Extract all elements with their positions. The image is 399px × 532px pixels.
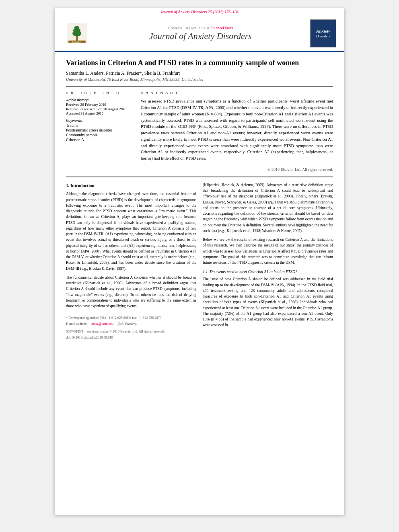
article-history: Article history: Received 26 February 20… bbox=[66, 98, 134, 115]
body-left-column: 1. Introduction Although the diagnostic … bbox=[66, 182, 196, 340]
keyword-ptsd: Posttraumatic stress disorder bbox=[66, 128, 134, 132]
authors-text: Samantha L. Anders, Patricia A. Frazier*… bbox=[66, 71, 180, 76]
intro-para2: The fundamental debate about Criterion A… bbox=[66, 275, 196, 309]
keyword-trauma: Trauma bbox=[66, 123, 134, 127]
journal-citation-bar: Journal of Anxiety Disorders 25 (2011) 1… bbox=[55, 8, 344, 16]
body-right-column: (Kilpatrick, Resnick, & Acierno, 2009). … bbox=[203, 182, 333, 340]
abstract-text: We assessed PTSD prevalence and symptoms… bbox=[141, 98, 333, 162]
keywords-label: Keywords: bbox=[66, 119, 134, 123]
journal-cover-logo: Anxiety Disorders bbox=[310, 19, 336, 47]
subsection-heading: 1.1. Do events need to meet Criterion A1… bbox=[203, 269, 333, 275]
right-col-para1: (Kilpatrick, Resnick, & Acierno, 2009). … bbox=[203, 182, 333, 234]
journal-citation: Journal of Anxiety Disorders 25 (2011) 1… bbox=[160, 10, 239, 14]
article-info-abstract-section: A R T I C L E I N F O Article history: R… bbox=[66, 86, 333, 172]
accepted-date: Accepted 31 August 2010 bbox=[66, 111, 134, 115]
article-info-label: A R T I C L E I N F O bbox=[66, 91, 134, 95]
footnote-star-line: * Corresponding author. Tel.: +1 612 625… bbox=[66, 315, 196, 320]
body-section: 1. Introduction Although the diagnostic … bbox=[66, 177, 333, 340]
footnote-star-text: * Corresponding author. Tel.: +1 612 625… bbox=[66, 315, 162, 320]
elsevier-tree-icon: ELSEVIER bbox=[66, 23, 88, 43]
footnote-email-label: E-mail address: bbox=[66, 321, 87, 327]
footer-issn: 0887-6185/$ – see front matter © 2010 El… bbox=[66, 329, 165, 334]
page: Journal of Anxiety Disorders 25 (2011) 1… bbox=[55, 8, 344, 515]
keywords-section: Keywords: Trauma Posttraumatic stress di… bbox=[66, 119, 134, 142]
footer-doi: doi:10.1016/j.janxdis.2010.08.018 bbox=[66, 335, 196, 340]
article-info-column: A R T I C L E I N F O Article history: R… bbox=[66, 91, 134, 172]
article-footer: * Corresponding author. Tel.: +1 612 625… bbox=[66, 313, 196, 340]
svg-text:ELSEVIER: ELSEVIER bbox=[72, 41, 81, 43]
footer-bottom: 0887-6185/$ – see front matter © 2010 El… bbox=[66, 329, 196, 334]
affiliation-line: University of Minnesota, 75 East River R… bbox=[66, 77, 333, 82]
svg-point-4 bbox=[74, 26, 79, 30]
intro-para1: Although the diagnostic criteria have ch… bbox=[66, 191, 196, 271]
journal-header: ELSEVIER Contents lists available at Sci… bbox=[55, 16, 344, 52]
copyright-line: © 2010 Elsevier Ltd. All rights reserved… bbox=[141, 165, 333, 172]
svg-rect-1 bbox=[76, 36, 78, 41]
footnote-email-line: E-mail address: pfraz@umn.edu (P.A. Fraz… bbox=[66, 321, 196, 327]
received-date: Received 26 February 2010 bbox=[66, 103, 134, 107]
journal-title-block: Contents lists available at ScienceDirec… bbox=[91, 26, 310, 41]
sciencedirect-line: Contents lists available at ScienceDirec… bbox=[91, 26, 310, 30]
article-history-label: Article history: bbox=[66, 98, 134, 102]
intro-heading: 1. Introduction bbox=[66, 182, 196, 189]
right-col-para2: Below we review the results of existing … bbox=[203, 237, 333, 265]
journal-main-title: Journal of Anxiety Disorders bbox=[91, 31, 310, 41]
keyword-community: Community sample bbox=[66, 133, 134, 137]
revised-date: Received in revised form 30 August 2010 bbox=[66, 107, 134, 111]
footnote-email-link[interactable]: pfraz@umn.edu bbox=[91, 321, 113, 327]
keyword-criteriona: Criterion A bbox=[66, 138, 134, 142]
abstract-label: A B S T R A C T bbox=[141, 91, 333, 95]
authors-line: Samantha L. Anders, Patricia A. Frazier*… bbox=[66, 71, 333, 76]
abstract-column: A B S T R A C T We assessed PTSD prevale… bbox=[141, 91, 333, 172]
elsevier-logo: ELSEVIER bbox=[63, 23, 91, 43]
footnote-email-suffix: (P.A. Frazier). bbox=[117, 321, 137, 327]
article-title: Variations in Criterion A and PTSD rates… bbox=[66, 58, 333, 68]
keywords-list: Trauma Posttraumatic stress disorder Com… bbox=[66, 123, 134, 142]
right-col-para3: The issue of how Criterion A should be d… bbox=[203, 276, 333, 328]
sciencedirect-link[interactable]: ScienceDirect bbox=[210, 26, 233, 30]
article-content: Variations in Criterion A and PTSD rates… bbox=[55, 52, 344, 346]
